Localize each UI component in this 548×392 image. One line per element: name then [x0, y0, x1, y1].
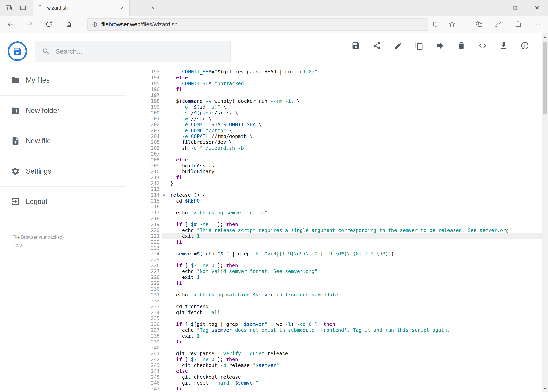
code-line[interactable]: 233 cd frontend — [126, 304, 542, 310]
fold-marker-icon[interactable]: ▾ — [163, 192, 165, 198]
code-button[interactable] — [476, 39, 489, 52]
copy-button[interactable] — [413, 39, 425, 52]
code-line[interactable]: 246 git reset --hard "$semver" — [126, 380, 542, 386]
code-line[interactable]: 221 exit 1 — [126, 233, 542, 239]
code-line[interactable]: 206 sh -c "./wizard.sh -b" — [126, 145, 542, 151]
code-line[interactable]: 223 — [126, 245, 542, 251]
save-button[interactable] — [349, 39, 362, 52]
code-line[interactable]: 242 if [ $? -ne 0 ]; then — [126, 357, 542, 363]
code-line[interactable]: 212} — [126, 181, 542, 186]
close-button[interactable] — [526, 0, 548, 16]
sidebar-item-my-files[interactable]: My files — [0, 65, 126, 96]
sidebar-item-new-file[interactable]: New file — [0, 126, 126, 156]
info-icon[interactable] — [91, 21, 98, 28]
annotate-button[interactable] — [492, 18, 504, 30]
sidebar-item-new-folder[interactable]: New folder — [0, 96, 126, 126]
filebrowser-logo[interactable] — [8, 42, 27, 61]
download-button[interactable] — [497, 39, 510, 52]
sidebar-item-settings[interactable]: Settings — [0, 156, 126, 187]
code-line[interactable]: 236 if [ $(git tag | grep "$semver" | wc… — [126, 321, 542, 327]
code-line[interactable]: 238 exit 1 — [126, 333, 542, 339]
code-line[interactable]: 228 exit 1 — [126, 274, 542, 280]
code-line[interactable]: 203 -e HOME="//tmp" \ — [126, 128, 542, 133]
code-line[interactable]: 197 — [126, 92, 542, 98]
share-button[interactable] — [371, 39, 383, 52]
code-editor[interactable]: 193 COMMIT_SHA="$(git rev-parse HEAD | c… — [126, 65, 542, 392]
code-line[interactable]: 222 fi — [126, 239, 542, 245]
code-line[interactable]: 201 -w //src \ — [126, 116, 542, 122]
close-tab-icon[interactable] — [119, 5, 125, 11]
share-page-button[interactable] — [512, 18, 524, 30]
code-line[interactable]: 217 echo "> Checking semver format" — [126, 210, 542, 216]
help-link[interactable]: Help — [13, 241, 126, 249]
code-line[interactable]: 208 else — [126, 157, 542, 163]
code-line[interactable]: 215 cd $REPO — [126, 198, 542, 204]
set-aside-tabs-button[interactable] — [4, 3, 14, 13]
scrollbar-thumb[interactable] — [543, 42, 547, 113]
address-bar[interactable]: filebrowser.web/files/wizard.sh — [87, 18, 428, 30]
code-line[interactable]: 237 echo "Tag $semver does not exist in … — [126, 327, 542, 333]
code-line[interactable]: 229 fi — [126, 280, 542, 286]
code-line[interactable]: 202 -e COMMIT_SHA=$COMMIT_SHA \ — [126, 122, 542, 128]
code-line[interactable]: 224 semver=$(echo "$1" | grep -P '^v(0|[… — [126, 251, 542, 257]
minimize-button[interactable] — [482, 0, 504, 16]
code-line[interactable]: 214▾release () { — [126, 192, 542, 198]
reading-view-button[interactable] — [430, 18, 442, 30]
code-line[interactable]: 213 — [126, 186, 542, 192]
move-button[interactable] — [434, 39, 446, 52]
favorite-button[interactable] — [446, 18, 458, 30]
code-line[interactable]: 230 — [126, 286, 542, 292]
code-line[interactable]: 194 else — [126, 75, 542, 81]
code-line[interactable]: 199 -u "$(id -u)" \ — [126, 104, 542, 110]
code-line[interactable]: 225 — [126, 257, 542, 263]
code-line[interactable]: 198 $(command -v winpty) docker run --rm… — [126, 98, 542, 104]
code-line[interactable]: 244 else — [126, 368, 542, 374]
home-button[interactable] — [62, 18, 75, 30]
tab-preview-button[interactable] — [18, 3, 28, 13]
search-input[interactable] — [55, 47, 225, 55]
hub-button[interactable] — [473, 18, 485, 30]
code-line[interactable]: 205 filebrowser/dev \ — [126, 139, 542, 145]
new-tab-button[interactable] — [134, 3, 144, 13]
page-scrollbar[interactable] — [542, 33, 548, 392]
code-line[interactable]: 195 COMMIT_SHA="untracked" — [126, 81, 542, 86]
code-line[interactable]: 243 git checkout -b release "$semver" — [126, 363, 542, 368]
code-line[interactable]: 247 fi — [126, 386, 542, 392]
forward-button[interactable] — [23, 18, 36, 30]
scroll-down-icon[interactable] — [542, 385, 548, 392]
code-line[interactable]: 241 git rev-parse --verify --quiet relea… — [126, 351, 542, 357]
code-line[interactable]: 209 buildAssets — [126, 163, 542, 169]
scroll-up-icon[interactable] — [542, 33, 548, 40]
code-line[interactable]: 234 git fetch --all — [126, 310, 542, 315]
code-line[interactable]: 245 git checkout release — [126, 374, 542, 380]
edit-button[interactable] — [392, 39, 404, 52]
code-line[interactable]: 220 echo "This release script requires a… — [126, 227, 542, 233]
code-line[interactable]: 200 -v /$(pwd):/src:z \ — [126, 110, 542, 116]
maximize-button[interactable] — [504, 0, 526, 16]
refresh-button[interactable] — [43, 18, 55, 30]
code-line[interactable]: 204 -e GOPATH=//tmp/gopath \ — [126, 133, 542, 139]
code-line[interactable]: 216 — [126, 204, 542, 210]
tab-list-button[interactable] — [149, 3, 159, 13]
code-line[interactable]: 218 — [126, 216, 542, 222]
code-line[interactable]: 240 — [126, 345, 542, 351]
browser-tab[interactable]: wizard.sh — [33, 0, 130, 16]
code-line[interactable]: 196 fi — [126, 86, 542, 92]
code-line[interactable]: 227 echo "Not valid semver format. See s… — [126, 268, 542, 274]
back-button[interactable] — [5, 18, 17, 30]
code-line[interactable]: 226 if [ $? -ne 0 ]; then — [126, 263, 542, 268]
code-line[interactable]: 211 fi — [126, 175, 542, 181]
more-button[interactable] — [532, 18, 544, 30]
code-line[interactable]: 235 — [126, 315, 542, 321]
code-line[interactable]: 219 if [ $# -ne 1 ]; then — [126, 222, 542, 227]
code-line[interactable]: 232 — [126, 298, 542, 304]
code-line[interactable]: 207 — [126, 151, 542, 157]
code-line[interactable]: 210 buildBinary — [126, 169, 542, 175]
code-line[interactable]: 239 fi — [126, 339, 542, 345]
code-line[interactable]: 193 COMMIT_SHA="$(git rev-parse HEAD | c… — [126, 69, 542, 75]
delete-button[interactable] — [455, 39, 468, 52]
code-line[interactable]: 231 echo "> Checking matching $semver in… — [126, 292, 542, 298]
info-button[interactable] — [519, 39, 531, 52]
search-bar[interactable] — [35, 41, 231, 62]
sidebar-item-logout[interactable]: Logout — [0, 187, 126, 217]
